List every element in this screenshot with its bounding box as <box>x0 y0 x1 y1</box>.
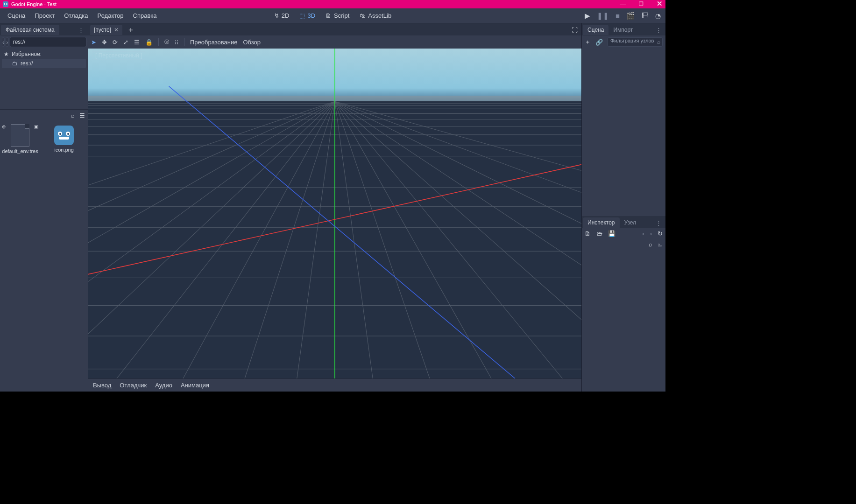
move-tool-icon[interactable]: ✥ <box>102 39 107 46</box>
open-resource-icon[interactable]: 🗁 <box>596 230 602 237</box>
tab-inspector[interactable]: Инспектор <box>583 217 620 228</box>
scale-tool-icon[interactable]: ⤢ <box>123 39 128 46</box>
fs-file-default-env[interactable]: ⊕ ▣ default_env.tres <box>1 124 39 154</box>
select-tool-icon[interactable]: ➤ <box>91 39 96 46</box>
new-resource-icon[interactable]: 🗎 <box>585 230 591 237</box>
scene-tree[interactable] <box>582 49 665 212</box>
menu-editor[interactable]: Редактор <box>93 10 128 21</box>
bottom-panel-tabs: Вывод Отладчик Аудио Анимация <box>88 378 581 392</box>
list-select-icon[interactable]: ☰ <box>134 39 140 46</box>
tab-import[interactable]: Импорт <box>608 25 637 35</box>
menu-debug[interactable]: Отладка <box>59 10 92 21</box>
star-icon: ★ <box>4 51 9 57</box>
maximize-icon[interactable]: ❐ <box>639 1 644 8</box>
2d-icon: ↯ <box>274 12 279 19</box>
caption-bar: Godot Engine - Test — ❐ ✕ <box>0 0 665 8</box>
play-scene-icon[interactable]: 🎬 <box>626 12 635 20</box>
close-tab-icon[interactable]: ✕ <box>114 27 119 33</box>
close-icon[interactable]: ✕ <box>657 1 663 8</box>
script-icon: 🗎 <box>325 12 332 19</box>
local-space-icon[interactable]: ⦾ <box>164 38 169 46</box>
lock-icon[interactable]: 🔒 <box>145 39 153 46</box>
scene-dock-menu-icon[interactable]: ⋮ <box>653 27 665 34</box>
add-node-icon[interactable]: ＋ <box>585 38 591 46</box>
snap-icon[interactable]: ⁝⁝ <box>175 39 178 46</box>
fs-root-row[interactable]: 🗀 res:// <box>2 59 86 68</box>
resource-badge-icon: ⊕ <box>2 124 6 129</box>
pause-icon[interactable]: ❚❚ <box>597 12 609 20</box>
bottom-output[interactable]: Вывод <box>93 382 111 389</box>
save-resource-icon[interactable]: 💾 <box>608 230 615 237</box>
menu-view[interactable]: Обзор <box>243 39 261 46</box>
folder-icon: 🗀 <box>12 60 18 67</box>
fs-file-icon[interactable]: icon.png <box>45 124 83 154</box>
mode-3d[interactable]: ⬚ 3D <box>295 10 320 21</box>
inspector-search-icon[interactable]: ⌕ <box>649 241 652 248</box>
instance-scene-icon[interactable]: 🔗 <box>595 39 603 46</box>
mode-2d[interactable]: ↯ 2D <box>269 10 294 21</box>
menu-scene[interactable]: Сцена <box>3 10 30 21</box>
history-next-icon[interactable]: › <box>650 230 652 237</box>
mode-script[interactable]: 🗎 Script <box>321 10 354 21</box>
fs-view-toggle-icon[interactable]: ☰ <box>79 112 85 119</box>
main-menu-bar: Сцена Проект Отладка Редактор Справка ↯ … <box>0 8 665 23</box>
tab-scene-dock[interactable]: Сцена <box>583 25 608 35</box>
scene-filter-input[interactable]: Фильтрация узлов <box>608 37 663 47</box>
add-scene-tab-icon[interactable]: ＋ <box>124 25 137 35</box>
fs-search-icon[interactable]: ⌕ <box>71 112 75 119</box>
fs-path-field[interactable] <box>10 37 86 47</box>
history-icon[interactable]: ↻ <box>658 230 663 237</box>
window-title: Godot Engine - Test <box>11 1 57 7</box>
inspector-filter-icon[interactable]: ⎁ <box>658 241 662 248</box>
assetlib-icon: 🛍 <box>360 12 366 19</box>
godot-icon <box>3 1 8 7</box>
perspective-label[interactable]: [ Перспективный ] <box>92 51 145 60</box>
play-custom-scene-icon[interactable]: 🎞 <box>642 12 649 20</box>
mode-assetlib[interactable]: 🛍 AssetLib <box>355 10 396 21</box>
fs-favorites-row[interactable]: ★ Избранное: <box>2 49 86 59</box>
minimize-icon[interactable]: — <box>620 1 626 8</box>
bottom-animation[interactable]: Анимация <box>181 382 209 389</box>
3d-icon: ⬚ <box>299 12 305 19</box>
fs-forward-icon[interactable]: › <box>6 37 8 47</box>
menu-project[interactable]: Проект <box>30 10 59 21</box>
file-type-badge-icon: ▣ <box>34 124 38 129</box>
search-icon: ⌕ <box>657 39 660 45</box>
fs-file-grid: ⊕ ▣ default_env.tres icon.png <box>0 121 88 392</box>
scene-tab-empty[interactable]: [пусто] ✕ <box>90 25 122 35</box>
dock-menu-icon[interactable]: ⋮ <box>75 27 87 34</box>
render-icon[interactable]: ◔ <box>655 12 661 20</box>
history-prev-icon[interactable]: ‹ <box>642 230 644 237</box>
viewport-toolbar: ➤ ✥ ⟳ ⤢ ☰ 🔒 ⦾ ⁝⁝ Преобразование Обзор <box>88 35 581 49</box>
play-icon[interactable]: ▶ <box>585 12 590 20</box>
distraction-free-icon[interactable]: ⛶ <box>570 27 580 34</box>
menu-transform[interactable]: Преобразование <box>190 39 238 46</box>
inspector-dock-menu-icon[interactable]: ⋮ <box>653 219 665 226</box>
stop-icon[interactable]: ■ <box>615 12 620 20</box>
tab-filesystem[interactable]: Файловая система <box>1 25 59 35</box>
bottom-debugger[interactable]: Отладчик <box>120 382 147 389</box>
menu-help[interactable]: Справка <box>128 10 162 21</box>
bottom-audio[interactable]: Аудио <box>155 382 172 389</box>
rotate-tool-icon[interactable]: ⟳ <box>113 39 118 46</box>
fs-back-icon[interactable]: ‹ <box>2 37 5 47</box>
tab-node[interactable]: Узел <box>620 217 641 228</box>
viewport-3d[interactable]: [ Перспективный ] <box>88 49 581 378</box>
